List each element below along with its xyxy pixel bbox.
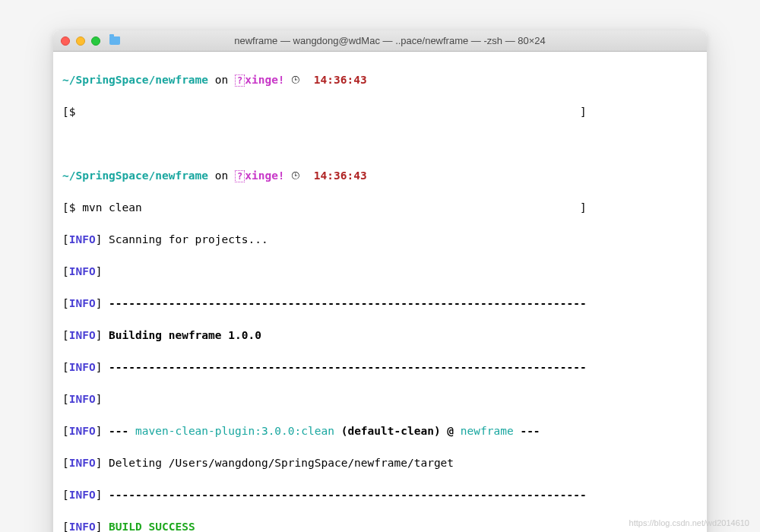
close-icon[interactable] xyxy=(61,36,70,46)
log-line: [INFO] Building newframe 1.0.0 xyxy=(62,328,698,344)
cwd-text: ~/SpringSpace/newframe xyxy=(62,74,208,86)
log-line: [INFO] xyxy=(62,264,698,280)
log-line: [INFO] xyxy=(62,391,698,407)
log-line: [INFO] ---------------------------------… xyxy=(62,296,698,312)
folder-icon xyxy=(109,36,120,45)
blank-line xyxy=(62,136,698,152)
log-line: [INFO] Deleting /Users/wangdong/SpringSp… xyxy=(62,455,698,471)
time-text: 14:36:43 xyxy=(314,74,367,86)
branch-text: ?xinge! xyxy=(235,74,285,86)
window-titlebar[interactable]: newframe — wangdong@wdMac — ..pace/newfr… xyxy=(53,30,707,52)
prompt-line: ~/SpringSpace/newframe on ?xinge! ⌚︎ 14:… xyxy=(62,168,698,184)
log-line: [INFO] BUILD SUCCESS xyxy=(62,519,698,532)
prompt-line: ~/SpringSpace/newframe on ?xinge! ⌚︎ 14:… xyxy=(62,72,698,88)
building-text: Building newframe 1.0.0 xyxy=(102,329,261,341)
plugin-text: maven-clean-plugin:3.0.0:clean xyxy=(135,425,334,437)
log-line: [INFO] Scanning for projects... xyxy=(62,232,698,248)
window-title: newframe — wangdong@wdMac — ..pace/newfr… xyxy=(81,35,699,46)
watermark-text: https://blog.csdn.net/wd2014610 xyxy=(629,518,749,527)
watch-icon: ⌚︎ xyxy=(291,169,300,182)
watch-icon: ⌚︎ xyxy=(291,74,300,86)
log-line: [INFO] --- maven-clean-plugin:3.0.0:clea… xyxy=(62,423,698,439)
log-level: INFO xyxy=(69,233,96,245)
command-text: mvn clean xyxy=(75,201,141,214)
log-line: [INFO] ---------------------------------… xyxy=(62,487,698,503)
terminal-window: newframe — wangdong@wdMac — ..pace/newfr… xyxy=(53,30,707,532)
artifact-text: newframe xyxy=(461,425,514,437)
log-line: [INFO] ---------------------------------… xyxy=(62,359,698,375)
build-success-text: BUILD SUCCESS xyxy=(102,521,195,532)
terminal-output[interactable]: ~/SpringSpace/newframe on ?xinge! ⌚︎ 14:… xyxy=(53,52,707,532)
command-line: [$ mvn clean ] xyxy=(62,200,698,216)
command-line: [$ ] xyxy=(62,104,698,120)
